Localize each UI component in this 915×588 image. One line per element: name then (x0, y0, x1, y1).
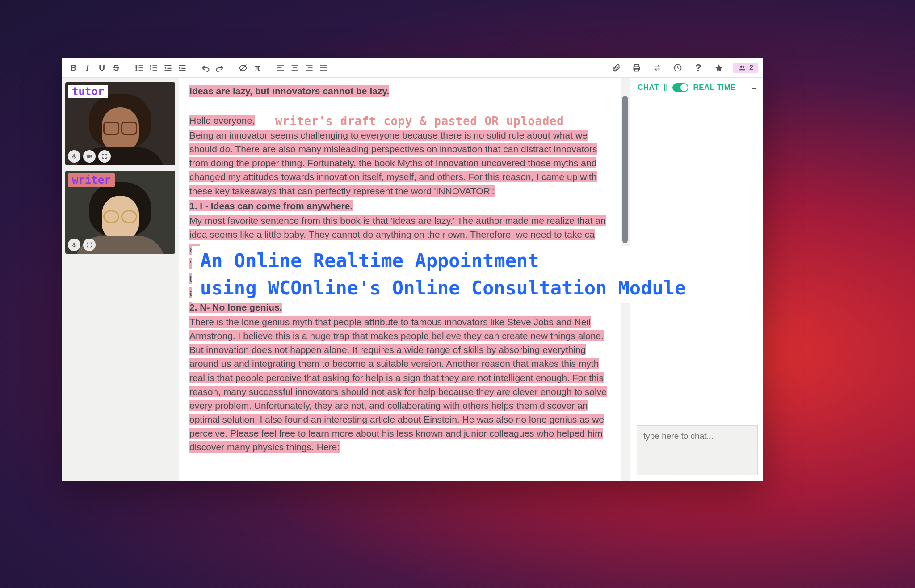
doc-title: Ideas are lazy, but innovators cannot be… (189, 85, 389, 97)
chat-input[interactable] (637, 425, 758, 475)
fullscreen-button[interactable] (83, 239, 96, 251)
svg-point-0 (136, 65, 137, 66)
mic-button[interactable] (68, 239, 80, 251)
undo-button[interactable] (199, 62, 212, 74)
doc-h1: 1. I - Ideas can come from anywhere. (189, 200, 353, 211)
doc-p1: Being an innovator seems challenging to … (189, 130, 597, 196)
history-button[interactable] (672, 62, 684, 74)
doc-h2: 2. N- No lone genius. (189, 302, 282, 313)
svg-point-37 (743, 66, 744, 68)
svg-point-2 (136, 67, 137, 68)
strike-button[interactable]: S (110, 62, 122, 74)
align-justify-button[interactable] (317, 62, 330, 74)
fullscreen-button[interactable] (98, 150, 111, 163)
doc-hello: Hello everyone, (189, 115, 255, 126)
video-sidebar: tutor writer (62, 78, 179, 481)
realtime-label: REAL TIME (693, 83, 736, 92)
italic-button[interactable]: I (81, 62, 94, 74)
redo-button[interactable] (214, 62, 226, 74)
chat-header: CHAT || REAL TIME – (631, 78, 763, 97)
print-button[interactable] (630, 62, 643, 74)
favorite-button[interactable] (713, 62, 725, 74)
video-tile-writer[interactable]: writer (65, 171, 175, 254)
svg-rect-39 (87, 155, 91, 158)
participants-badge[interactable]: 2 (733, 63, 758, 73)
participants-count: 2 (749, 64, 753, 72)
indent-button[interactable] (176, 62, 189, 74)
equation-button[interactable]: π (251, 62, 264, 74)
svg-text:3: 3 (150, 68, 151, 71)
ordered-list-button[interactable]: 123 (147, 62, 160, 74)
align-center-button[interactable] (289, 62, 301, 74)
mic-button[interactable] (68, 150, 80, 163)
editor-scrollbar-thumb[interactable] (622, 96, 628, 243)
video-label-tutor: tutor (68, 85, 108, 98)
editor-toolbar: B I U S 123 (62, 58, 763, 78)
doc-p2a: My most favorite sentence from this book… (189, 215, 606, 240)
bold-button[interactable]: B (67, 62, 80, 74)
outdent-button[interactable] (162, 62, 174, 74)
realtime-toggle[interactable] (672, 83, 688, 92)
svg-point-36 (740, 65, 742, 67)
svg-rect-40 (73, 243, 75, 246)
video-label-writer: writer (68, 173, 115, 187)
doc-p3: There is the lone genius myth that peopl… (189, 316, 607, 453)
bullet-list-button[interactable] (133, 62, 146, 74)
collapse-chat-button[interactable]: – (751, 83, 757, 93)
camera-button[interactable] (83, 150, 96, 163)
users-icon (738, 64, 747, 71)
chat-label: CHAT (638, 83, 659, 92)
align-right-button[interactable] (303, 62, 315, 74)
attach-button[interactable] (610, 62, 622, 74)
hide-button[interactable] (237, 62, 249, 74)
video-tile-tutor[interactable]: tutor (65, 82, 175, 165)
svg-point-4 (136, 69, 137, 71)
swap-button[interactable] (651, 62, 663, 74)
annotation-draft: writer's draft copy & pasted OR uploaded (270, 113, 569, 129)
help-button[interactable]: ? (692, 62, 705, 74)
chat-sep: || (663, 83, 668, 92)
annotation-title: An Online Realtime Appointment using WCO… (192, 246, 697, 303)
underline-button[interactable]: U (96, 62, 108, 74)
svg-rect-38 (73, 154, 75, 157)
align-left-button[interactable] (274, 62, 287, 74)
